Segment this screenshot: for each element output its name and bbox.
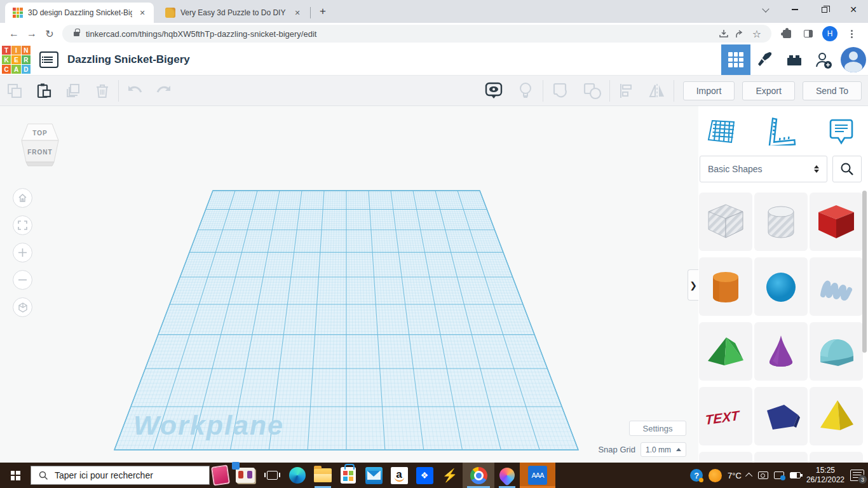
taskbar-solitaire-icon[interactable] bbox=[210, 463, 231, 488]
shape-cone[interactable] bbox=[754, 322, 808, 381]
shape-sphere[interactable] bbox=[754, 257, 808, 316]
design-canvas[interactable]: Workplane TOP FRONT bbox=[0, 106, 698, 463]
taskbar-file-explorer-icon[interactable] bbox=[310, 463, 336, 488]
shape-roof[interactable] bbox=[699, 322, 752, 381]
new-tab-button[interactable]: + bbox=[315, 4, 331, 20]
task-view-icon[interactable] bbox=[259, 463, 285, 488]
shape-text[interactable]: TEXT bbox=[699, 387, 752, 445]
lock-icon[interactable] bbox=[74, 32, 79, 36]
taskbar-search-input[interactable]: Taper ici pour rechercher bbox=[31, 466, 210, 485]
delete-icon[interactable] bbox=[88, 80, 117, 102]
workplane-grid[interactable] bbox=[0, 106, 698, 463]
shape-scribble[interactable] bbox=[810, 257, 863, 316]
side-panel-icon[interactable] bbox=[799, 25, 817, 43]
bookmark-star-icon[interactable]: ☆ bbox=[749, 25, 765, 42]
shape-tile-partial[interactable] bbox=[754, 452, 808, 463]
align-icon[interactable] bbox=[611, 80, 642, 102]
notes-tool-icon[interactable] bbox=[829, 118, 854, 147]
forward-button[interactable]: → bbox=[23, 25, 41, 43]
restore-button[interactable] bbox=[810, 0, 839, 19]
battery-icon[interactable] bbox=[790, 472, 801, 478]
reload-button[interactable]: ↻ bbox=[41, 25, 58, 43]
export-button[interactable]: Export bbox=[742, 81, 794, 100]
shape-category-select[interactable]: Basic Shapes bbox=[700, 156, 827, 182]
paste-icon[interactable] bbox=[29, 80, 58, 102]
home-view-button[interactable] bbox=[13, 188, 32, 208]
notifications-icon[interactable]: 3 bbox=[850, 470, 864, 481]
ungroup-icon[interactable] bbox=[576, 80, 608, 102]
start-button[interactable] bbox=[0, 463, 31, 488]
shape-tile-partial[interactable] bbox=[810, 452, 863, 463]
taskbar-store-icon[interactable] bbox=[336, 463, 361, 488]
undo-icon[interactable] bbox=[120, 80, 149, 102]
shape-search-button[interactable] bbox=[832, 156, 862, 182]
zoom-in-button[interactable] bbox=[13, 243, 32, 262]
install-icon[interactable] bbox=[715, 25, 732, 42]
brick-export-icon[interactable] bbox=[780, 44, 809, 75]
duplicate-icon[interactable] bbox=[58, 80, 88, 102]
cast-icon[interactable] bbox=[774, 471, 784, 479]
taskbar-amazon-icon[interactable]: a bbox=[386, 463, 412, 488]
url-text[interactable]: tinkercad.com/things/hqbXW5fthTp-dazzlin… bbox=[86, 29, 715, 39]
tab-close-icon[interactable]: ✕ bbox=[292, 8, 302, 18]
taskbar-chrome-icon[interactable] bbox=[463, 463, 494, 488]
import-button[interactable]: Import bbox=[683, 81, 735, 100]
weather-icon[interactable] bbox=[709, 469, 722, 482]
taskbar-paint-app-icon[interactable] bbox=[494, 463, 520, 488]
view-cube[interactable]: TOP FRONT bbox=[19, 121, 61, 173]
design-menu-icon[interactable] bbox=[39, 51, 58, 68]
taskbar-mail-icon[interactable] bbox=[361, 463, 386, 488]
zoom-out-button[interactable] bbox=[13, 270, 32, 290]
group-icon[interactable] bbox=[545, 80, 576, 102]
help-tray-icon[interactable]: ? bbox=[690, 469, 703, 482]
tinkercad-logo[interactable]: TINKERCAD bbox=[2, 46, 31, 74]
ruler-tool-icon[interactable] bbox=[767, 118, 799, 148]
shape-pyramid[interactable] bbox=[810, 387, 863, 445]
account-avatar[interactable] bbox=[841, 47, 866, 72]
workplane-tool-icon[interactable] bbox=[707, 118, 736, 147]
taskbar-mahjong-icon[interactable] bbox=[231, 463, 259, 488]
shape-polygon[interactable] bbox=[754, 387, 808, 445]
view-cube-top-label[interactable]: TOP bbox=[32, 130, 47, 137]
back-button[interactable]: ← bbox=[5, 25, 23, 43]
address-bar[interactable]: tinkercad.com/things/hqbXW5fthTp-dazzlin… bbox=[62, 25, 771, 43]
design-title[interactable]: Dazzling Snicket-Bigery bbox=[67, 53, 190, 66]
tab-tinkercad[interactable]: 3D design Dazzling Snicket-Biger ✕ bbox=[5, 3, 154, 23]
settings-button[interactable]: Settings bbox=[629, 421, 686, 436]
taskbar-people-app-icon[interactable]: AAA bbox=[520, 463, 555, 488]
send-to-button[interactable]: Send To bbox=[803, 81, 862, 100]
minecraft-export-icon[interactable] bbox=[750, 44, 780, 75]
share-icon[interactable] bbox=[732, 25, 749, 42]
shape-cylinder-transparent[interactable] bbox=[754, 193, 808, 251]
shape-round-roof[interactable] bbox=[810, 322, 863, 381]
clock[interactable]: 15:25 26/12/2022 bbox=[806, 466, 844, 485]
fit-view-button[interactable] bbox=[13, 215, 32, 235]
taskbar-bolt-app-icon[interactable]: ⚡ bbox=[437, 463, 463, 488]
panel-scrollbar[interactable] bbox=[862, 191, 867, 353]
minimize-button[interactable] bbox=[780, 0, 810, 19]
close-button[interactable]: ✕ bbox=[839, 0, 868, 19]
collaborate-icon[interactable] bbox=[809, 44, 838, 75]
profile-avatar[interactable]: H bbox=[821, 25, 839, 43]
shape-cylinder[interactable] bbox=[699, 257, 752, 316]
panel-collapse-handle[interactable]: ❯ bbox=[688, 269, 698, 301]
view-cube-front-label[interactable]: FRONT bbox=[27, 149, 52, 156]
perspective-toggle-button[interactable] bbox=[13, 297, 32, 317]
redo-icon[interactable] bbox=[149, 80, 179, 102]
browser-menu-icon[interactable] bbox=[843, 25, 860, 43]
meet-now-icon[interactable] bbox=[758, 471, 768, 479]
tray-expand-icon[interactable] bbox=[745, 473, 752, 480]
tab-puzzle-video[interactable]: Very Easy 3d Puzzle to Do DIY Bu ✕ bbox=[158, 3, 309, 23]
taskbar-dropbox-icon[interactable]: ❖ bbox=[412, 463, 437, 488]
view-3d-button[interactable] bbox=[721, 44, 750, 75]
temperature-text[interactable]: 7°C bbox=[728, 471, 742, 480]
show-all-icon[interactable] bbox=[478, 80, 510, 102]
shape-tile-partial[interactable] bbox=[699, 452, 752, 463]
copy-icon[interactable] bbox=[0, 80, 29, 102]
snap-grid-select[interactable]: 1.0 mm bbox=[641, 442, 686, 457]
shape-box-transparent[interactable] bbox=[699, 193, 752, 251]
tab-search-icon[interactable] bbox=[751, 0, 780, 19]
taskbar-edge-icon[interactable] bbox=[285, 463, 310, 488]
extensions-icon[interactable] bbox=[778, 25, 796, 43]
shape-box[interactable] bbox=[810, 193, 863, 251]
